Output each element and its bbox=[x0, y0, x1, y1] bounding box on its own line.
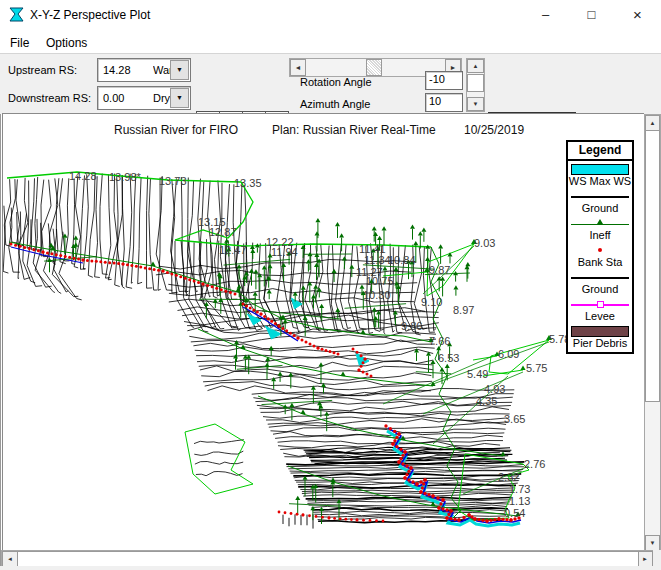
upstream-rs-combobox[interactable]: 14.28 Warm ▼ bbox=[97, 58, 191, 82]
legend-item: Levee bbox=[568, 298, 632, 323]
downstream-rs-label: Downstream RS: bbox=[8, 92, 91, 104]
line-triangle-green-icon bbox=[571, 217, 629, 229]
menu-file[interactable]: File bbox=[6, 34, 33, 52]
scroll-down-icon[interactable]: ▼ bbox=[467, 97, 484, 111]
station-label: 14.28 bbox=[69, 170, 97, 182]
minimize-button[interactable]: – bbox=[523, 0, 568, 29]
menu-bar: File Options bbox=[0, 30, 661, 53]
dropdown-arrow-icon[interactable]: ▼ bbox=[170, 60, 189, 80]
station-label: 4.35 bbox=[476, 395, 497, 407]
legend-label: Ground bbox=[568, 283, 632, 296]
maximize-button[interactable]: □ bbox=[569, 0, 614, 29]
station-label: 11.94 bbox=[271, 246, 298, 258]
scroll-up-icon[interactable]: ▲ bbox=[467, 59, 484, 73]
rotation-angle-label: Rotation Angle bbox=[300, 76, 372, 88]
station-label: 1.73 bbox=[509, 483, 530, 495]
azimuth-angle-label: Azimuth Angle bbox=[300, 98, 370, 110]
perspective-plot: 14.2813.98*13.7313.3513.1512.8712.4712.2… bbox=[3, 114, 644, 550]
legend-box: Legend WS Max WSGroundIneffBank StaGroun… bbox=[566, 140, 634, 354]
downstream-rs-combobox[interactable]: 0.00 Dry Ck ▼ bbox=[97, 86, 191, 110]
menu-options[interactable]: Options bbox=[42, 34, 91, 52]
downstream-rs-value: 0.00 bbox=[98, 92, 124, 104]
line-black-icon bbox=[571, 271, 629, 283]
line-square-magenta-icon bbox=[571, 298, 629, 310]
scroll-up-icon[interactable]: ▲ bbox=[645, 115, 660, 131]
station-label: 7.66 bbox=[429, 335, 450, 347]
rotation-angle-input[interactable]: -10 bbox=[425, 71, 463, 90]
azimuth-angle-input[interactable]: 10 bbox=[425, 93, 463, 112]
line-black-icon bbox=[571, 190, 629, 202]
legend-item: Bank Sta bbox=[568, 244, 632, 269]
upstream-rs-label: Upstream RS: bbox=[8, 64, 77, 76]
xyz-perspective-window: { "window": {"title": "X-Y-Z Perspective… bbox=[0, 0, 661, 570]
dot-red-icon bbox=[571, 244, 629, 256]
legend-label: Pier Debris bbox=[568, 337, 632, 350]
legend-label: WS Max WS bbox=[568, 175, 632, 188]
window-title: X-Y-Z Perspective Plot bbox=[30, 8, 150, 22]
station-label: 12.87 bbox=[209, 226, 237, 238]
station-label: 10.30 bbox=[363, 289, 391, 301]
legend-item: Pier Debris bbox=[568, 326, 632, 350]
station-labels-layer: 14.2813.98*13.7313.3513.1512.8712.4712.2… bbox=[69, 170, 570, 519]
legend-item: Ground bbox=[568, 271, 632, 296]
station-label: 13.35 bbox=[234, 177, 262, 189]
rect-maroon-icon bbox=[571, 326, 629, 337]
station-label: 0.54 bbox=[504, 507, 525, 519]
close-button[interactable]: × bbox=[615, 0, 660, 29]
legend-label: Bank Sta bbox=[568, 256, 632, 269]
station-label: 2.32 bbox=[498, 471, 519, 483]
toolbar: Upstream RS: Downstream RS: 14.28 Warm ▼… bbox=[0, 53, 661, 114]
plot-vertical-scrollbar[interactable]: ▲ ▼ bbox=[644, 114, 661, 552]
scroll-down-icon[interactable]: ▼ bbox=[645, 535, 660, 551]
legend-label: Levee bbox=[568, 310, 632, 323]
station-label: 5.49 bbox=[467, 368, 488, 380]
dropdown-arrow-icon[interactable]: ▼ bbox=[170, 88, 189, 108]
legend-item: Ineff bbox=[568, 217, 632, 242]
station-label: 9.03 bbox=[474, 237, 495, 249]
station-label: 6.53 bbox=[438, 352, 459, 364]
scroll-left-icon[interactable]: ◄ bbox=[290, 59, 306, 76]
station-label: 9.87 bbox=[429, 264, 450, 276]
legend-label: Ineff bbox=[568, 229, 632, 242]
station-label: 9.86 bbox=[401, 320, 422, 332]
rotation-scrollbar-thumb[interactable] bbox=[366, 59, 382, 76]
scrollbar-corner bbox=[653, 550, 661, 566]
window-bottom-frame bbox=[0, 566, 661, 570]
app-icon bbox=[8, 6, 25, 23]
station-label: 10.84 bbox=[388, 254, 416, 266]
station-label: 2.76 bbox=[524, 458, 545, 470]
station-label: 4.93 bbox=[484, 383, 505, 395]
upstream-rs-value: 14.28 bbox=[98, 64, 131, 76]
station-label: 1.13 bbox=[509, 495, 530, 507]
station-label: 12.47 bbox=[219, 244, 247, 256]
azimuth-scrollbar[interactable]: ▲ ▼ bbox=[466, 58, 485, 112]
legend-item: Ground bbox=[568, 190, 632, 215]
legend-title: Legend bbox=[568, 142, 632, 161]
title-bar: X-Y-Z Perspective Plot – □ × bbox=[0, 0, 661, 30]
station-label: 11.34 bbox=[364, 254, 391, 266]
station-label: 10.75 bbox=[366, 275, 394, 287]
station-label: 5.75 bbox=[526, 362, 547, 374]
station-label: 8.97 bbox=[453, 304, 474, 316]
legend-item: WS Max WS bbox=[568, 164, 632, 188]
horizontal-scrollbar-thumb[interactable] bbox=[17, 551, 639, 567]
station-label: 3.65 bbox=[504, 413, 525, 425]
vertical-scrollbar-thumb[interactable] bbox=[645, 130, 660, 402]
scroll-right-icon[interactable]: ► bbox=[637, 551, 653, 567]
station-label: 9.10 bbox=[421, 296, 442, 308]
station-label: 6.09 bbox=[498, 348, 519, 360]
scroll-left-icon[interactable]: ◄ bbox=[2, 551, 18, 567]
legend-label: Ground bbox=[568, 202, 632, 215]
azimuth-scrollbar-thumb[interactable] bbox=[467, 74, 484, 92]
plot-area: Russian River for FIRO Plan: Russian Riv… bbox=[2, 113, 644, 550]
rect-cyan-icon bbox=[571, 164, 629, 175]
station-label: 13.73 bbox=[159, 175, 187, 187]
station-label: 13.98* bbox=[109, 171, 142, 183]
